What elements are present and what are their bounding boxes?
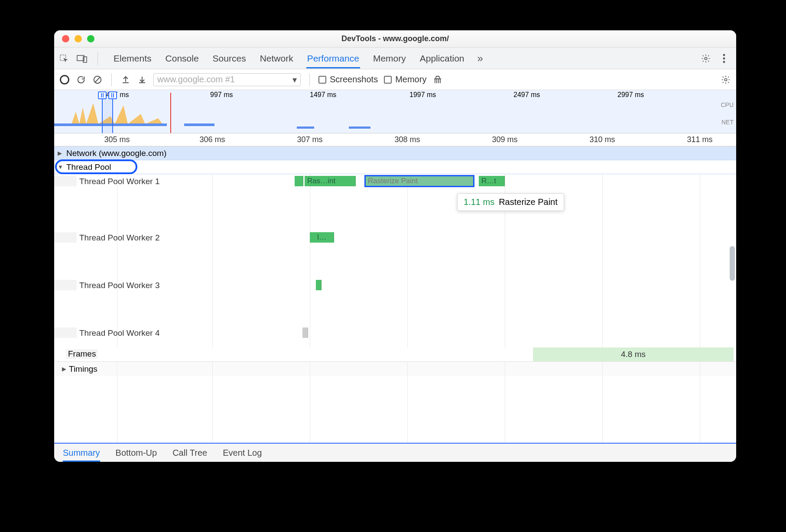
thread-label: Thread Pool Worker 2 — [79, 233, 160, 243]
more-tabs-icon[interactable]: » — [477, 52, 483, 65]
clear-button[interactable] — [92, 75, 103, 85]
thread-label: Thread Pool Worker 4 — [79, 328, 160, 338]
flame-ruler[interactable]: 305 ms 306 ms 307 ms 308 ms 309 ms 310 m… — [54, 133, 736, 146]
tooltip-duration: 1.11 ms — [464, 197, 494, 207]
profile-select[interactable]: www.google.com #1 ▾ — [153, 73, 301, 86]
tab-network[interactable]: Network — [259, 50, 294, 67]
panel-tabs: Elements Console Sources Network Perform… — [113, 50, 483, 67]
group-threadpool-label: Thread Pool — [66, 162, 111, 172]
record-button[interactable] — [59, 75, 70, 85]
overview-tick: 2997 ms — [617, 91, 644, 99]
perf-toolbar: www.google.com #1 ▾ Screenshots Memory — [54, 69, 736, 90]
ruler-tick: 311 ms — [687, 135, 712, 144]
timings-label: Timings — [69, 364, 97, 374]
screenshots-checkbox[interactable]: Screenshots — [318, 75, 378, 84]
flame-bar-selected[interactable]: Rasterize Paint — [365, 176, 474, 186]
flame-chart[interactable]: ▶ Network (www.google.com) ▼ Thread Pool… — [54, 146, 736, 443]
tab-bottom-up[interactable]: Bottom-Up — [116, 445, 157, 461]
ruler-tick: 310 ms — [589, 135, 615, 144]
ruler-tick: 308 ms — [394, 135, 420, 144]
frames-label: Frames — [66, 349, 97, 359]
flame-bar[interactable]: R…t — [479, 176, 505, 186]
ruler-tick: 309 ms — [492, 135, 517, 144]
svg-point-3 — [705, 57, 707, 60]
memory-checkbox[interactable]: Memory — [384, 75, 426, 84]
reload-record-button[interactable] — [76, 75, 86, 85]
collect-garbage-icon[interactable] — [432, 75, 443, 85]
overview-tick: 997 ms — [210, 91, 233, 99]
selection-handle-right[interactable] — [108, 91, 117, 99]
overview-timeline[interactable]: 497 ms 997 ms 1497 ms 1997 ms 2497 ms 29… — [54, 90, 736, 133]
titlebar: DevTools - www.google.com/ — [54, 30, 736, 48]
inspect-icon[interactable] — [58, 53, 69, 64]
svg-point-4 — [723, 54, 725, 56]
zoom-button[interactable] — [87, 35, 94, 42]
tab-console[interactable]: Console — [165, 50, 200, 67]
svg-line-8 — [95, 77, 100, 82]
overview-tick: 1497 ms — [310, 91, 336, 99]
thread-row: Thread Pool Worker 4 — [54, 326, 736, 347]
overview-tick: 2497 ms — [513, 91, 540, 99]
panel-tabbar: Elements Console Sources Network Perform… — [54, 48, 736, 69]
window-title: DevTools - www.google.com/ — [54, 34, 736, 43]
svg-rect-2 — [83, 57, 87, 62]
overview-selection[interactable] — [102, 91, 113, 133]
caret-right-icon: ▶ — [58, 150, 62, 156]
thread-label: Thread Pool Worker 3 — [79, 281, 160, 290]
svg-point-6 — [723, 61, 725, 63]
profile-label: www.google.com #1 — [157, 75, 235, 84]
tab-summary[interactable]: Summary — [63, 445, 100, 462]
flame-bar[interactable] — [316, 280, 322, 290]
caret-right-icon: ▶ — [62, 366, 66, 372]
tab-sources[interactable]: Sources — [212, 50, 247, 67]
selection-handle-left[interactable] — [98, 91, 107, 99]
kebab-menu-icon[interactable] — [719, 53, 729, 64]
tab-call-tree[interactable]: Call Tree — [172, 445, 207, 461]
flame-bar[interactable]: I… — [310, 232, 334, 243]
tooltip-name: Rasterize Paint — [499, 197, 558, 207]
save-profile-icon[interactable] — [137, 75, 147, 85]
thread-row: Thread Pool Worker 1 Ras…int Rasterize P… — [54, 174, 736, 230]
tab-application[interactable]: Application — [419, 50, 465, 67]
capture-settings-icon[interactable] — [721, 75, 731, 85]
overview-tick: 1997 ms — [409, 91, 436, 99]
load-profile-icon[interactable] — [120, 75, 131, 85]
tab-elements[interactable]: Elements — [113, 50, 153, 67]
frames-row[interactable]: Frames 4.8 ms — [54, 347, 736, 361]
frame-bar[interactable]: 4.8 ms — [533, 347, 734, 361]
ruler-tick: 307 ms — [297, 135, 322, 144]
thread-row: Thread Pool Worker 2 I… — [54, 230, 736, 278]
details-tabbar: Summary Bottom-Up Call Tree Event Log — [54, 443, 736, 462]
thread-row: Thread Pool Worker 3 — [54, 278, 736, 326]
tab-memory[interactable]: Memory — [372, 50, 407, 67]
close-button[interactable] — [62, 35, 69, 42]
flame-bar[interactable] — [302, 328, 308, 338]
ruler-tick: 305 ms — [104, 135, 130, 144]
tab-performance[interactable]: Performance — [306, 50, 360, 68]
devtools-window: DevTools - www.google.com/ Elements Cons… — [54, 30, 736, 462]
chevron-down-icon: ▾ — [292, 75, 297, 85]
thread-label: Thread Pool Worker 1 — [79, 177, 160, 186]
group-timings[interactable]: ▶ Timings — [54, 361, 736, 376]
flame-bar[interactable] — [295, 176, 303, 186]
overview-cpu-label: CPU — [721, 101, 734, 108]
overview-net-label: NET — [721, 119, 734, 126]
vertical-scrollbar[interactable] — [730, 246, 735, 281]
caret-down-icon: ▼ — [58, 164, 63, 170]
device-toggle-icon[interactable] — [77, 53, 87, 64]
settings-icon[interactable] — [701, 53, 711, 64]
window-controls — [54, 35, 94, 42]
svg-point-5 — [723, 57, 725, 59]
ruler-tick: 306 ms — [199, 135, 225, 144]
tab-event-log[interactable]: Event Log — [223, 445, 262, 461]
flame-tooltip: 1.11 ms Rasterize Paint — [457, 193, 564, 211]
group-threadpool[interactable]: ▼ Thread Pool — [54, 160, 736, 174]
minimize-button[interactable] — [75, 35, 82, 42]
group-network-label: Network (www.google.com) — [66, 149, 166, 158]
flame-bar[interactable]: Ras…int — [305, 176, 356, 186]
group-network[interactable]: ▶ Network (www.google.com) — [54, 146, 736, 160]
overview-marker — [170, 93, 171, 133]
svg-point-9 — [724, 78, 727, 81]
